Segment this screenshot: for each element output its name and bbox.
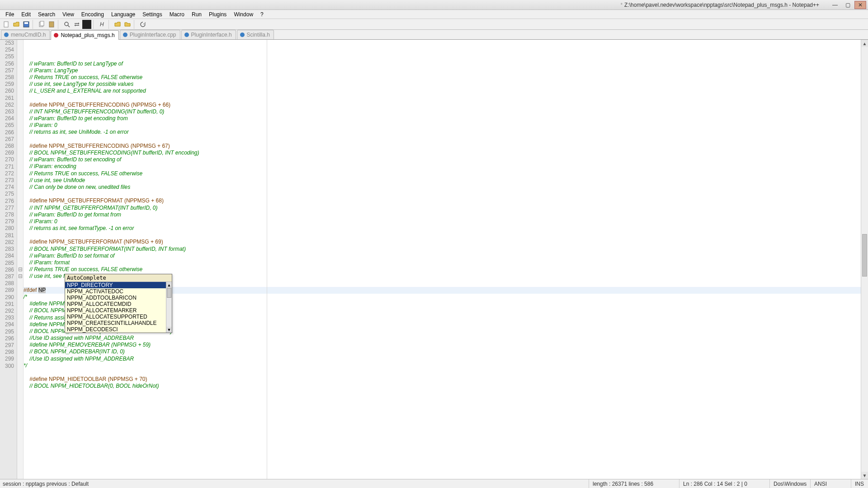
folder-open-icon[interactable] — [113, 20, 122, 29]
paste-icon[interactable] — [47, 20, 56, 29]
file-status-icon — [123, 33, 127, 37]
insert-icon[interactable]: H — [98, 20, 107, 29]
menu-edit[interactable]: Edit — [18, 10, 34, 19]
scroll-up-arrow-icon[interactable]: ▲ — [861, 40, 868, 47]
tab-scintilla-h[interactable]: Scintilla.h — [237, 30, 274, 39]
tab-plugininterface-h[interactable]: PluginInterface.h — [181, 30, 236, 39]
autocomplete-item[interactable]: NPPM_DECODESCI — [65, 326, 166, 333]
line-number-gutter: 2532542552562572582592602612622632642652… — [0, 40, 17, 479]
title-bar: * Z:\home\pavel.nedev\workspace\npptags\… — [0, 0, 868, 10]
autocomplete-item[interactable]: NPPM_ALLOCATESUPPORTED — [65, 314, 166, 320]
save-icon[interactable] — [22, 20, 31, 29]
tab-label: menuCmdID.h — [11, 32, 46, 38]
svg-text:H: H — [100, 21, 104, 28]
find-icon[interactable] — [62, 20, 71, 29]
svg-line-7 — [68, 25, 70, 27]
svg-rect-0 — [4, 22, 8, 27]
menu-window[interactable]: Window — [230, 10, 257, 19]
code-editor[interactable]: // wParam: BufferID to set LangType of /… — [24, 40, 861, 479]
autocomplete-item[interactable]: NPPM_ADDTOOLBARICON — [65, 295, 166, 301]
fold-margin[interactable]: ⊟⊟ — [17, 40, 24, 479]
document-tab-bar: menuCmdID.hNotepad_plus_msgs.hPluginInte… — [0, 30, 868, 40]
autocomplete-item[interactable]: NPPM_ACTIVATEDOC — [65, 288, 166, 295]
status-insert-mode: INS — [851, 479, 868, 488]
scrollbar-thumb[interactable] — [167, 288, 171, 298]
new-file-icon[interactable] — [2, 20, 11, 29]
svg-rect-2 — [24, 22, 28, 24]
svg-point-6 — [65, 22, 68, 26]
minimize-button[interactable]: — — [829, 1, 841, 9]
dark-icon[interactable] — [82, 20, 91, 29]
tab-label: PluginInterface.cpp — [130, 32, 176, 38]
refresh-icon[interactable] — [138, 20, 147, 29]
status-eol: Dos\Windows — [769, 479, 810, 488]
menu-settings[interactable]: Settings — [139, 10, 165, 19]
file-status-icon — [54, 33, 58, 38]
file-status-icon — [240, 33, 245, 37]
menu-run[interactable]: Run — [188, 10, 205, 19]
toolbar: H — [0, 19, 868, 30]
close-button[interactable]: ✕ — [854, 1, 866, 9]
menu-language[interactable]: Language — [108, 10, 139, 19]
window-title: Z:\home\pavel.nedev\workspace\npptags\sr… — [624, 2, 819, 8]
copy-icon[interactable] — [37, 20, 46, 29]
status-encoding: ANSI — [810, 479, 851, 488]
menu-?[interactable]: ? — [257, 10, 267, 19]
menu-plugins[interactable]: Plugins — [205, 10, 230, 19]
scrollbar-thumb[interactable] — [862, 234, 867, 277]
scroll-down-arrow-icon[interactable]: ▼ — [166, 327, 172, 333]
tab-label: Scintilla.h — [247, 32, 270, 38]
autocomplete-item[interactable]: NPPM_ALLOCATEMARKER — [65, 307, 166, 314]
folder-icon[interactable] — [123, 20, 132, 29]
tab-label: Notepad_plus_msgs.h — [61, 32, 114, 38]
menu-search[interactable]: Search — [34, 10, 59, 19]
tab-label: PluginInterface.h — [191, 32, 232, 38]
menu-bar: FileEditSearchViewEncodingLanguageSettin… — [0, 10, 868, 19]
svg-rect-4 — [40, 21, 44, 26]
scroll-up-arrow-icon[interactable]: ▲ — [166, 282, 172, 288]
autocomplete-list[interactable]: NPP_DIRECTORYNPPM_ACTIVATEDOCNPPM_ADDTOO… — [65, 282, 166, 333]
menu-macro[interactable]: Macro — [166, 10, 188, 19]
tab-menucmdid-h[interactable]: menuCmdID.h — [1, 30, 50, 39]
status-bar: session : npptags previous : Default len… — [0, 479, 868, 488]
scroll-down-arrow-icon[interactable]: ▼ — [861, 472, 868, 479]
tab-notepad_plus_msgs-h[interactable]: Notepad_plus_msgs.h — [51, 30, 118, 40]
menu-view[interactable]: View — [59, 10, 78, 19]
status-position: Ln : 286 Col : 14 Sel : 2 | 0 — [679, 479, 769, 488]
maximize-button[interactable]: ▢ — [842, 1, 854, 9]
status-length: length : 26371 lines : 586 — [589, 479, 679, 488]
svg-rect-8 — [83, 21, 90, 28]
file-status-icon — [184, 33, 189, 37]
vertical-scrollbar[interactable]: ▲ ▼ — [861, 40, 868, 479]
editor-area: 2532542552562572582592602612622632642652… — [0, 40, 868, 479]
replace-icon[interactable] — [72, 20, 81, 29]
autocomplete-title: AutoComplete — [65, 274, 172, 282]
tab-plugininterface-cpp[interactable]: PluginInterface.cpp — [120, 30, 180, 39]
menu-encoding[interactable]: Encoding — [78, 10, 108, 19]
autocomplete-scrollbar[interactable]: ▲ ▼ — [166, 282, 172, 333]
autocomplete-item[interactable]: NPPM_ALLOCATECMDID — [65, 301, 166, 307]
file-status-icon — [4, 33, 9, 37]
edge-column-marker — [267, 40, 267, 479]
status-session: session : npptags previous : Default — [0, 479, 589, 488]
svg-rect-5 — [49, 22, 54, 27]
autocomplete-popup: AutoComplete NPP_DIRECTORYNPPM_ACTIVATED… — [65, 274, 172, 333]
autocomplete-item[interactable]: NPP_DIRECTORY — [65, 282, 166, 288]
open-file-icon[interactable] — [12, 20, 21, 29]
modified-indicator: * — [620, 2, 623, 8]
menu-file[interactable]: File — [2, 10, 18, 19]
autocomplete-item[interactable]: NPPM_CREATESCINTILLAHANDLE — [65, 320, 166, 326]
